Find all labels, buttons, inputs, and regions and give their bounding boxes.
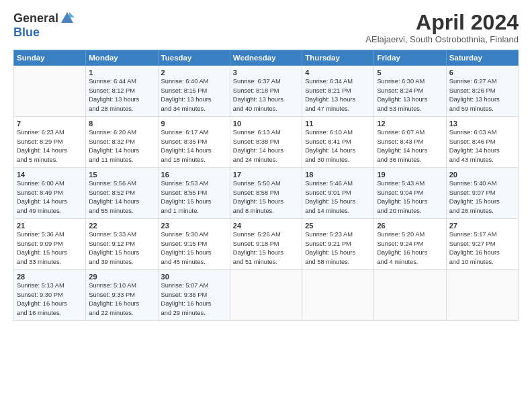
title-block: April 2024 AElajaervi, South Ostrobothni…: [365, 11, 519, 44]
calendar-cell: 3Sunrise: 6:37 AM Sunset: 8:18 PM Daylig…: [230, 66, 302, 117]
weekday-header-cell: Tuesday: [158, 50, 230, 66]
day-number: 21: [17, 222, 83, 230]
day-info: Sunrise: 5:40 AM Sunset: 9:07 PM Dayligh…: [449, 179, 515, 216]
day-info: Sunrise: 6:30 AM Sunset: 8:24 PM Dayligh…: [377, 77, 443, 113]
day-number: 5: [377, 68, 443, 77]
day-number: 10: [233, 120, 299, 128]
calendar-cell: 20Sunrise: 5:40 AM Sunset: 9:07 PM Dayli…: [446, 168, 518, 219]
day-info: Sunrise: 5:50 AM Sunset: 8:58 PM Dayligh…: [233, 179, 299, 216]
day-info: Sunrise: 5:23 AM Sunset: 9:21 PM Dayligh…: [305, 230, 371, 267]
day-info: Sunrise: 5:33 AM Sunset: 9:12 PM Dayligh…: [89, 230, 154, 267]
day-info: Sunrise: 6:07 AM Sunset: 8:43 PM Dayligh…: [377, 128, 443, 165]
day-number: 12: [377, 120, 443, 128]
day-info: Sunrise: 6:20 AM Sunset: 8:32 PM Dayligh…: [89, 128, 154, 165]
day-number: 26: [377, 222, 443, 230]
calendar-cell: 13Sunrise: 6:03 AM Sunset: 8:46 PM Dayli…: [446, 117, 518, 168]
day-info: Sunrise: 6:44 AM Sunset: 8:12 PM Dayligh…: [89, 77, 154, 113]
weekday-header-cell: Thursday: [302, 50, 374, 66]
logo-general-text: General: [13, 11, 58, 26]
day-number: 27: [449, 222, 515, 230]
calendar-cell: 29Sunrise: 5:10 AM Sunset: 9:33 PM Dayli…: [86, 270, 158, 321]
calendar-cell: 12Sunrise: 6:07 AM Sunset: 8:43 PM Dayli…: [374, 117, 446, 168]
month-title: April 2024: [365, 11, 519, 34]
day-number: 20: [449, 171, 515, 179]
weekday-header-cell: Monday: [86, 50, 158, 66]
calendar-week-row: 7Sunrise: 6:23 AM Sunset: 8:29 PM Daylig…: [14, 117, 519, 168]
day-number: 29: [89, 273, 154, 281]
day-number: 30: [161, 273, 227, 281]
day-number: 24: [233, 222, 299, 230]
logo-blue-text: Blue: [13, 26, 40, 40]
day-number: 16: [161, 171, 227, 179]
calendar-cell: 5Sunrise: 6:30 AM Sunset: 8:24 PM Daylig…: [374, 66, 446, 117]
calendar-cell: [446, 270, 518, 321]
day-number: 13: [449, 120, 515, 128]
day-info: Sunrise: 5:10 AM Sunset: 9:33 PM Dayligh…: [89, 281, 154, 318]
calendar-cell: 1Sunrise: 6:44 AM Sunset: 8:12 PM Daylig…: [86, 66, 158, 117]
day-number: 6: [449, 68, 515, 77]
logo-icon: [60, 11, 75, 26]
calendar-cell: 7Sunrise: 6:23 AM Sunset: 8:29 PM Daylig…: [14, 117, 86, 168]
day-number: 2: [161, 68, 227, 77]
weekday-header-cell: Saturday: [446, 50, 518, 66]
calendar-cell: 16Sunrise: 5:53 AM Sunset: 8:55 PM Dayli…: [158, 168, 230, 219]
day-info: Sunrise: 6:34 AM Sunset: 8:21 PM Dayligh…: [305, 77, 371, 113]
calendar-cell: 10Sunrise: 6:13 AM Sunset: 8:38 PM Dayli…: [230, 117, 302, 168]
calendar-cell: [230, 270, 302, 321]
day-number: 25: [305, 222, 371, 230]
weekday-header-row: SundayMondayTuesdayWednesdayThursdayFrid…: [14, 50, 519, 66]
day-number: 19: [377, 171, 443, 179]
day-info: Sunrise: 6:13 AM Sunset: 8:38 PM Dayligh…: [233, 128, 299, 165]
calendar-cell: 17Sunrise: 5:50 AM Sunset: 8:58 PM Dayli…: [230, 168, 302, 219]
day-number: 28: [17, 273, 83, 281]
day-number: 11: [305, 120, 371, 128]
calendar-body: 1Sunrise: 6:44 AM Sunset: 8:12 PM Daylig…: [14, 66, 519, 321]
day-info: Sunrise: 5:07 AM Sunset: 9:36 PM Dayligh…: [161, 281, 227, 318]
calendar-week-row: 21Sunrise: 5:36 AM Sunset: 9:09 PM Dayli…: [14, 219, 519, 270]
calendar-cell: 15Sunrise: 5:56 AM Sunset: 8:52 PM Dayli…: [86, 168, 158, 219]
day-info: Sunrise: 5:13 AM Sunset: 9:30 PM Dayligh…: [17, 281, 83, 318]
day-number: 8: [89, 120, 154, 128]
day-info: Sunrise: 6:00 AM Sunset: 8:49 PM Dayligh…: [17, 179, 83, 216]
calendar-page: General Blue April 2024 AElajaervi, Sout…: [0, 0, 532, 411]
day-info: Sunrise: 5:36 AM Sunset: 9:09 PM Dayligh…: [17, 230, 83, 267]
calendar-cell: 28Sunrise: 5:13 AM Sunset: 9:30 PM Dayli…: [14, 270, 86, 321]
calendar-cell: 26Sunrise: 5:20 AM Sunset: 9:24 PM Dayli…: [374, 219, 446, 270]
calendar-cell: 22Sunrise: 5:33 AM Sunset: 9:12 PM Dayli…: [86, 219, 158, 270]
calendar-cell: 6Sunrise: 6:27 AM Sunset: 8:26 PM Daylig…: [446, 66, 518, 117]
calendar-cell: 19Sunrise: 5:43 AM Sunset: 9:04 PM Dayli…: [374, 168, 446, 219]
day-number: 18: [305, 171, 371, 179]
day-number: 7: [17, 120, 83, 128]
day-info: Sunrise: 5:30 AM Sunset: 9:15 PM Dayligh…: [161, 230, 227, 267]
calendar-cell: [374, 270, 446, 321]
calendar-cell: 18Sunrise: 5:46 AM Sunset: 9:01 PM Dayli…: [302, 168, 374, 219]
weekday-header-cell: Wednesday: [230, 50, 302, 66]
calendar-cell: 27Sunrise: 5:17 AM Sunset: 9:27 PM Dayli…: [446, 219, 518, 270]
weekday-header-cell: Friday: [374, 50, 446, 66]
calendar-cell: 23Sunrise: 5:30 AM Sunset: 9:15 PM Dayli…: [158, 219, 230, 270]
calendar-cell: 25Sunrise: 5:23 AM Sunset: 9:21 PM Dayli…: [302, 219, 374, 270]
weekday-header-cell: Sunday: [14, 50, 86, 66]
calendar-cell: 14Sunrise: 6:00 AM Sunset: 8:49 PM Dayli…: [14, 168, 86, 219]
svg-marker-1: [69, 12, 75, 17]
calendar-cell: 8Sunrise: 6:20 AM Sunset: 8:32 PM Daylig…: [86, 117, 158, 168]
day-number: 17: [233, 171, 299, 179]
header: General Blue April 2024 AElajaervi, Sout…: [13, 11, 519, 44]
day-number: 4: [305, 68, 371, 77]
calendar-cell: [302, 270, 374, 321]
day-info: Sunrise: 5:53 AM Sunset: 8:55 PM Dayligh…: [161, 179, 227, 216]
calendar-week-row: 28Sunrise: 5:13 AM Sunset: 9:30 PM Dayli…: [14, 270, 519, 321]
day-info: Sunrise: 5:26 AM Sunset: 9:18 PM Dayligh…: [233, 230, 299, 267]
day-number: 15: [89, 171, 154, 179]
day-number: 14: [17, 171, 83, 179]
day-info: Sunrise: 6:40 AM Sunset: 8:15 PM Dayligh…: [161, 77, 227, 113]
calendar-cell: 21Sunrise: 5:36 AM Sunset: 9:09 PM Dayli…: [14, 219, 86, 270]
calendar-cell: 30Sunrise: 5:07 AM Sunset: 9:36 PM Dayli…: [158, 270, 230, 321]
day-info: Sunrise: 6:37 AM Sunset: 8:18 PM Dayligh…: [233, 77, 299, 113]
day-info: Sunrise: 6:03 AM Sunset: 8:46 PM Dayligh…: [449, 128, 515, 165]
day-number: 1: [89, 68, 154, 77]
calendar-cell: 9Sunrise: 6:17 AM Sunset: 8:35 PM Daylig…: [158, 117, 230, 168]
day-number: 3: [233, 68, 299, 77]
day-info: Sunrise: 5:43 AM Sunset: 9:04 PM Dayligh…: [377, 179, 443, 216]
day-info: Sunrise: 6:10 AM Sunset: 8:41 PM Dayligh…: [305, 128, 371, 165]
